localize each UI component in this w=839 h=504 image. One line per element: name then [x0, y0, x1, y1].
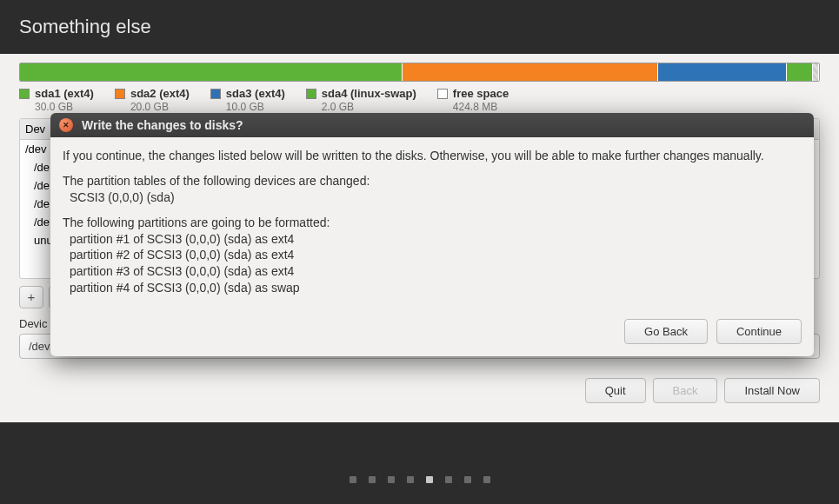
confirm-write-dialog: ✕ Write the changes to disks? If you con… [50, 113, 814, 356]
legend-item: sda2 (ext4) 20.0 GB [115, 87, 190, 113]
dialog-format-heading: The following partitions are going to be… [63, 216, 330, 229]
pager-dot[interactable] [445, 476, 452, 483]
legend-label: sda2 (ext4) [130, 87, 190, 101]
dialog-title: Write the changes to disks? [82, 118, 243, 132]
go-back-button[interactable]: Go Back [624, 319, 708, 344]
swatch-icon [19, 89, 30, 99]
legend-label: sda1 (ext4) [35, 87, 94, 101]
install-now-button[interactable]: Install Now [724, 378, 820, 403]
back-button[interactable]: Back [653, 378, 718, 403]
legend-label: sda4 (linux-swap) [322, 87, 416, 101]
pager-dot[interactable] [369, 476, 376, 483]
pager-dot[interactable] [388, 476, 395, 483]
continue-button[interactable]: Continue [716, 319, 802, 344]
legend-size: 424.8 MB [453, 101, 509, 113]
wizard-buttons: Quit Back Install Now [19, 378, 820, 403]
dialog-devices-heading: The partition tables of the following de… [63, 174, 370, 188]
partition-segment-free[interactable] [813, 63, 819, 81]
legend-label: free space [453, 87, 509, 101]
legend-size: 2.0 GB [322, 101, 416, 113]
dialog-actions: Go Back Continue [50, 310, 814, 356]
swatch-icon [210, 89, 221, 99]
legend-item: sda1 (ext4) 30.0 GB [19, 87, 94, 113]
quit-button[interactable]: Quit [585, 378, 646, 403]
partition-segment-sda1[interactable] [20, 63, 403, 81]
dialog-partition-line: partition #1 of SCSI3 (0,0,0) (sda) as e… [63, 232, 294, 246]
dialog-partition-line: partition #2 of SCSI3 (0,0,0) (sda) as e… [63, 248, 294, 262]
page-title: Something else [0, 0, 839, 54]
swatch-icon [306, 89, 316, 99]
dialog-intro: If you continue, the changes listed belo… [63, 148, 802, 164]
pager-dot[interactable] [426, 476, 433, 483]
legend-size: 10.0 GB [226, 101, 285, 113]
close-icon[interactable]: ✕ [59, 118, 73, 132]
dialog-partition-line: partition #3 of SCSI3 (0,0,0) (sda) as e… [63, 264, 294, 278]
legend-item: sda4 (linux-swap) 2.0 GB [306, 87, 416, 113]
page-indicator [0, 476, 839, 483]
pager-dot[interactable] [350, 476, 356, 483]
partition-legend: sda1 (ext4) 30.0 GB sda2 (ext4) 20.0 GB … [19, 87, 820, 113]
dialog-partition-line: partition #4 of SCSI3 (0,0,0) (sda) as s… [63, 281, 300, 295]
dialog-device-line: SCSI3 (0,0,0) (sda) [63, 190, 175, 204]
dialog-body: If you continue, the changes listed belo… [50, 137, 814, 310]
add-partition-button[interactable]: + [19, 286, 43, 308]
legend-size: 30.0 GB [35, 101, 94, 113]
swatch-icon [115, 89, 125, 99]
legend-item: sda3 (ext4) 10.0 GB [210, 87, 285, 113]
partition-bar [19, 63, 820, 82]
pager-dot[interactable] [483, 476, 490, 483]
pager-dot[interactable] [407, 476, 414, 483]
partition-segment-sda3[interactable] [658, 63, 786, 81]
legend-size: 20.0 GB [130, 101, 190, 113]
swatch-icon [437, 89, 448, 99]
partition-segment-sda4[interactable] [787, 63, 813, 81]
partition-segment-sda2[interactable] [403, 63, 658, 81]
legend-item: free space 424.8 MB [437, 87, 509, 113]
pager-dot[interactable] [464, 476, 471, 483]
dialog-titlebar[interactable]: ✕ Write the changes to disks? [50, 113, 814, 137]
legend-label: sda3 (ext4) [226, 87, 285, 101]
